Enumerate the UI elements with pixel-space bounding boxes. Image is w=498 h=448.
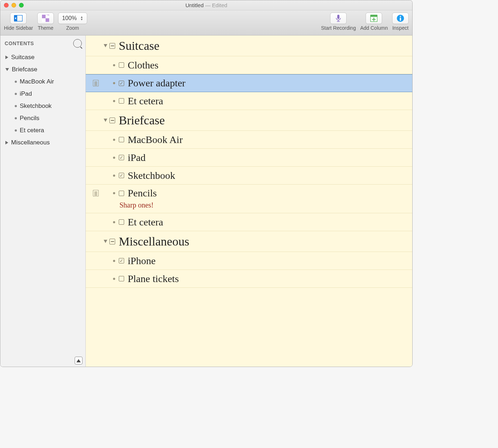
sidebar-item-suitcase[interactable]: Suitcase (0, 51, 85, 63)
svg-rect-5 (42, 18, 46, 22)
outline-row-sketchbook[interactable]: Sketchbook (86, 167, 412, 185)
minimize-window-button[interactable] (11, 3, 16, 8)
sidebar-item-ipad[interactable]: iPad (0, 88, 85, 100)
sidebar-footer-button[interactable] (75, 357, 83, 364)
traffic-lights (4, 3, 24, 8)
section-title: Suitcase (119, 39, 159, 53)
outline-row-ipad[interactable]: iPad (86, 149, 412, 167)
row-label: Pencils (128, 187, 157, 199)
bullet-icon (113, 157, 115, 159)
bullet-icon (113, 175, 115, 177)
outline-section-briefcase[interactable]: Briefcase (86, 110, 412, 131)
disclosure-down-icon[interactable] (104, 44, 107, 47)
zoom-select[interactable]: 100% ▲▼ (58, 13, 87, 24)
bullet-icon (113, 192, 115, 194)
disclosure-down-icon[interactable] (104, 240, 107, 243)
sidebar-item-miscellaneous[interactable]: Miscellaneous (0, 137, 85, 149)
outline-row-macbook-air[interactable]: MacBook Air (86, 131, 412, 149)
checkbox[interactable] (119, 219, 124, 225)
checkbox[interactable] (119, 276, 124, 281)
start-recording-group: Start Recording (321, 13, 356, 31)
theme-button[interactable] (37, 13, 54, 24)
sidebar-tree: Suitcase Briefcase MacBook Air iPad Sket… (0, 50, 85, 150)
search-icon[interactable] (73, 39, 82, 48)
edited-indicator: — Edited (205, 2, 227, 8)
sidebar-item-label: Briefcase (12, 66, 37, 73)
theme-label: Theme (38, 25, 53, 31)
checkbox[interactable] (119, 137, 124, 142)
svg-point-15 (400, 16, 401, 17)
row-label: Et cetera (128, 216, 163, 228)
disclosure-down-icon[interactable] (104, 119, 107, 122)
hide-sidebar-button[interactable] (10, 13, 27, 24)
bullet-icon (15, 105, 17, 107)
inspect-button[interactable] (392, 13, 409, 24)
sidebar-item-label: Pencils (20, 115, 39, 122)
zoom-label: Zoom (66, 25, 79, 31)
checkbox[interactable] (119, 155, 124, 160)
add-column-icon (370, 15, 377, 22)
start-recording-button[interactable] (330, 13, 347, 24)
outline-section-miscellaneous[interactable]: Miscellaneous (86, 231, 412, 252)
checkbox[interactable] (119, 81, 124, 86)
titlebar: Untitled — Edited (0, 0, 412, 10)
mixed-state-checkbox[interactable] (109, 43, 115, 49)
bullet-icon (15, 129, 17, 132)
add-column-button[interactable] (366, 13, 382, 24)
bullet-icon (113, 260, 115, 262)
add-column-group: Add Column (360, 13, 388, 31)
zoom-window-button[interactable] (19, 3, 24, 8)
note-icon[interactable] (93, 190, 99, 196)
sidebar-item-et-cetera[interactable]: Et cetera (0, 124, 85, 137)
disclosure-right-icon[interactable] (5, 141, 8, 144)
microphone-icon (335, 14, 341, 22)
outline-row-iphone[interactable]: iPhone (86, 252, 412, 270)
row-label: Plane tickets (128, 273, 179, 285)
bullet-icon (15, 81, 17, 83)
outline-row-et-cetera-2[interactable]: Et cetera (86, 213, 412, 231)
main-split: CONTENTS Suitcase Briefcase MacBook Air … (0, 35, 412, 367)
outline-row-pencils[interactable]: Pencils Sharp ones! (86, 185, 412, 213)
mixed-state-checkbox[interactable] (109, 239, 115, 244)
outline[interactable]: Suitcase Clothes Power adapter (86, 35, 412, 367)
outline-section-suitcase[interactable]: Suitcase (86, 35, 412, 56)
sidebar-item-pencils[interactable]: Pencils (0, 112, 85, 124)
checkbox[interactable] (119, 191, 124, 196)
outline-row-clothes[interactable]: Clothes (86, 56, 412, 74)
disclosure-right-icon[interactable] (5, 56, 8, 59)
sidebar-item-briefcase[interactable]: Briefcase (0, 63, 85, 76)
info-icon (396, 14, 404, 22)
row-label: MacBook Air (128, 134, 183, 146)
sidebar-header: CONTENTS (0, 35, 85, 50)
outline-row-power-adapter[interactable]: Power adapter (86, 74, 412, 92)
note-icon[interactable] (93, 80, 99, 86)
row-label: iPad (128, 152, 146, 163)
theme-icon (42, 15, 49, 22)
svg-rect-16 (400, 18, 401, 21)
sidebar: CONTENTS Suitcase Briefcase MacBook Air … (0, 35, 86, 367)
checkbox[interactable] (119, 173, 124, 178)
checkbox[interactable] (119, 62, 124, 68)
row-label: Et cetera (128, 95, 163, 107)
add-column-label: Add Column (360, 25, 388, 31)
section-title: Briefcase (119, 114, 165, 127)
hide-sidebar-label: Hide Sidebar (4, 25, 33, 31)
sidebar-item-label: iPad (20, 90, 32, 97)
bullet-icon (113, 64, 115, 66)
row-note: Sharp ones! (119, 201, 154, 209)
zoom-group: 100% ▲▼ Zoom (58, 13, 87, 31)
disclosure-down-icon[interactable] (5, 68, 9, 71)
outline-row-et-cetera-1[interactable]: Et cetera (86, 92, 412, 110)
mixed-state-checkbox[interactable] (109, 118, 115, 123)
outline-row-plane-tickets[interactable]: Plane tickets (86, 270, 412, 288)
close-window-button[interactable] (4, 3, 9, 8)
bullet-icon (113, 100, 115, 102)
row-label: Sketchbook (128, 170, 175, 181)
sidebar-item-macbook-air[interactable]: MacBook Air (0, 76, 85, 88)
zoom-value: 100% (62, 15, 77, 22)
checkbox[interactable] (119, 98, 124, 104)
toolbar: Hide Sidebar Theme 100% ▲▼ Zoom (0, 10, 412, 35)
sidebar-item-sketchbook[interactable]: Sketchbook (0, 100, 85, 112)
checkbox[interactable] (119, 258, 124, 263)
window-title: Untitled — Edited (0, 2, 412, 8)
